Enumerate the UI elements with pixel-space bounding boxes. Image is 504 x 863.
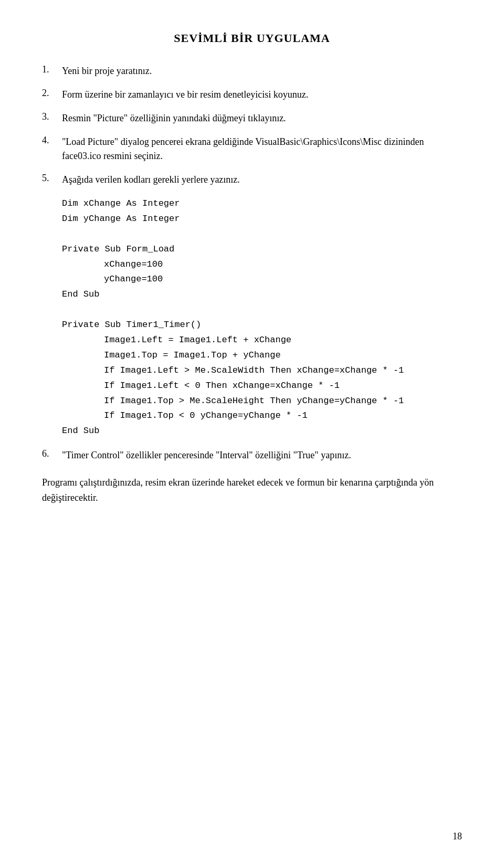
code-block: Dim xChange As Integer Dim yChange As In…	[62, 196, 462, 439]
footer-paragraph: Programı çalıştırdığınızda, resim ekran …	[42, 475, 462, 506]
code-line: Dim xChange As Integer	[62, 196, 462, 212]
code-line: End Sub	[62, 287, 462, 302]
item-content: Form üzerine bir zamanlayıcı ve bir resi…	[62, 88, 462, 102]
item-number: 5.	[42, 173, 62, 184]
list-item: 6. "Timer Control" özellikler penceresin…	[42, 448, 462, 462]
code-line	[62, 302, 462, 318]
code-line: yChange=100	[62, 272, 462, 287]
code-line: If Image1.Left < 0 Then xChange=xChange …	[62, 378, 462, 394]
item-content: Yeni bir proje yaratınız.	[62, 64, 462, 78]
code-line: End Sub	[62, 424, 462, 439]
code-line: If Image1.Top > Me.ScaleHeight Then yCha…	[62, 394, 462, 409]
code-line: If Image1.Left > Me.ScaleWidth Then xCha…	[62, 363, 462, 378]
item-number: 4.	[42, 135, 62, 146]
code-line	[62, 227, 462, 242]
code-line: Private Sub Timer1_Timer()	[62, 318, 462, 333]
page-title: SEVİMLİ BİR UYGULAMA	[42, 31, 462, 45]
item-number: 3.	[42, 111, 62, 122]
code-line: xChange=100	[62, 257, 462, 272]
item-content: Resmin "Picture" özelliğinin yanındaki d…	[62, 111, 462, 125]
item-content: "Load Picture" diyalog pencerei ekrana g…	[62, 135, 462, 163]
item-number: 1.	[42, 64, 62, 75]
item-number: 2.	[42, 88, 62, 99]
list-item: 4. "Load Picture" diyalog pencerei ekran…	[42, 135, 462, 163]
item-content: "Timer Control" özellikler penceresinde …	[62, 448, 462, 462]
item-number: 6.	[42, 448, 62, 459]
code-line: Image1.Left = Image1.Left + xChange	[62, 333, 462, 348]
code-line: Dim yChange As Integer	[62, 212, 462, 227]
page-number: 18	[453, 831, 462, 842]
code-line: Private Sub Form_Load	[62, 242, 462, 257]
list-item: 3. Resmin "Picture" özelliğinin yanındak…	[42, 111, 462, 125]
page: SEVİMLİ BİR UYGULAMA 1. Yeni bir proje y…	[0, 0, 504, 863]
list-item: 2. Form üzerine bir zamanlayıcı ve bir r…	[42, 88, 462, 102]
code-line: If Image1.Top < 0 yChange=yChange * -1	[62, 408, 462, 424]
list-item: 1. Yeni bir proje yaratınız.	[42, 64, 462, 78]
list-item: 5. Aşağıda verilen kodları gerekli yerle…	[42, 173, 462, 187]
code-line: Image1.Top = Image1.Top + yChange	[62, 348, 462, 363]
item-content: Aşağıda verilen kodları gerekli yerlere …	[62, 173, 462, 187]
